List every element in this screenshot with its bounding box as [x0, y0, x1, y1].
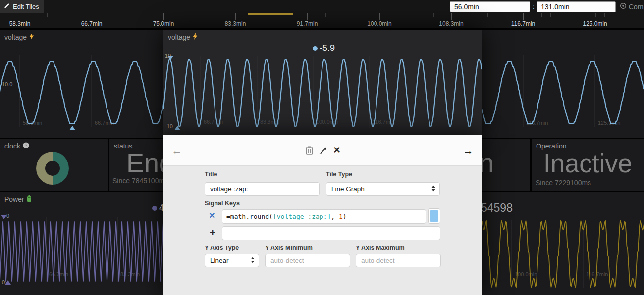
ruler-minor-tick — [65, 13, 65, 17]
ruler-minor-tick — [56, 13, 56, 17]
y-axis-max-label: Y Axis Maximum — [356, 245, 405, 251]
new-signal-input[interactable] — [222, 226, 440, 240]
expand-tile-button[interactable] — [318, 146, 328, 156]
ruler-minor-tick — [119, 13, 119, 17]
ruler-minor-tick — [128, 13, 128, 17]
tile-edit-dialog: ← × → Title Tile Type Line Graph Signal … — [163, 135, 482, 295]
dashboard-screen: 58.3min66.7min75.0min83.3min91.7min100.0… — [0, 0, 644, 295]
ruler-minor-tick — [371, 13, 371, 17]
ruler-minor-tick — [38, 13, 38, 17]
ruler-tick-label: 75.0min — [146, 20, 181, 27]
code-number: 1 — [339, 213, 343, 220]
ruler-minor-tick — [569, 13, 569, 17]
ruler-major-tick — [235, 13, 236, 20]
ruler-minor-tick — [425, 13, 425, 17]
edit-tiles-button[interactable]: Edit Tiles — [0, 0, 44, 13]
ruler-minor-tick — [110, 13, 110, 17]
ruler-minor-tick — [236, 13, 236, 17]
ruler-minor-tick — [497, 13, 497, 17]
next-tile-button[interactable]: → — [463, 145, 474, 156]
ruler-major-tick — [523, 13, 524, 20]
y-axis-min-input[interactable] — [265, 254, 350, 267]
signal-keys-label: Signal Keys — [205, 200, 240, 207]
status-since: Since 7845100ms — [112, 177, 168, 185]
y-axis-min-label: Y Axis Minimum — [265, 245, 313, 251]
ruler-minor-tick — [47, 13, 48, 17]
time-ruler-header: 58.3min66.7min75.0min83.3min91.7min100.0… — [0, 0, 644, 28]
ruler-major-tick — [451, 13, 452, 20]
signal-color-swatch[interactable] — [428, 208, 440, 224]
ruler-minor-tick — [560, 13, 560, 17]
title-input[interactable] — [205, 182, 320, 196]
range-start-input[interactable] — [450, 1, 530, 12]
clock-donut-chart — [0, 139, 108, 191]
y-axis-max-input[interactable] — [356, 254, 441, 267]
previous-tile-button[interactable]: ← — [171, 145, 182, 156]
zap-icon — [193, 33, 198, 41]
ruler-minor-tick — [182, 13, 182, 17]
tile-title-text: voltage — [168, 33, 190, 41]
y-axis-type-select[interactable]: Linear — [205, 254, 259, 267]
compare-button[interactable]: Compare — [620, 2, 644, 11]
ruler-minor-tick — [443, 13, 443, 17]
ruler-minor-tick — [641, 13, 641, 17]
ruler-minor-tick — [173, 13, 173, 17]
tile-clock[interactable]: clock — [0, 139, 108, 191]
ruler-minor-tick — [578, 13, 578, 17]
range-separator: : — [533, 2, 535, 10]
svg-text:116.7min: 116.7min — [526, 120, 548, 126]
ruler-minor-tick — [11, 13, 11, 17]
ruler-minor-tick — [325, 13, 326, 17]
ruler-tick-label: 125.0min — [578, 20, 612, 27]
select-spinner-icon — [431, 185, 435, 193]
compare-icon — [620, 2, 627, 11]
ruler-major-tick — [20, 13, 20, 20]
ruler-minor-tick — [550, 13, 551, 17]
power-legend-dot — [152, 206, 157, 211]
ruler-minor-tick — [524, 13, 524, 17]
ruler-major-tick — [595, 13, 595, 20]
ruler-minor-tick — [461, 13, 461, 17]
code-signal-key: [voltage :zap:] — [273, 213, 331, 220]
ruler-minor-tick — [407, 13, 407, 17]
ruler-minor-tick — [470, 13, 470, 17]
signal-color-value — [430, 210, 438, 222]
tile-type-value: Line Graph — [331, 185, 365, 193]
signal-key-input[interactable]: =math.round([voltage :zap:], 1) — [222, 209, 426, 224]
ruler-minor-tick — [308, 13, 308, 17]
ruler-minor-tick — [344, 13, 344, 17]
edited-tile-preview[interactable]: 66.7min83.3min100.0min116.7min voltage -… — [163, 30, 482, 136]
battery-icon — [27, 195, 32, 203]
tile-title-text: Power — [4, 196, 24, 203]
y-axis-max-label: 10.0 — [2, 81, 12, 87]
tile-voltage-title: voltage — [4, 33, 34, 41]
svg-text:100.0min: 100.0min — [515, 271, 537, 277]
add-signal-button[interactable]: + — [210, 227, 215, 238]
remove-signal-button[interactable]: × — [209, 210, 215, 220]
power-legend: 4 — [152, 203, 164, 213]
close-dialog-button[interactable]: × — [331, 144, 342, 156]
ruler-minor-tick — [487, 13, 488, 17]
ruler-tick-label: 58.3min — [2, 20, 37, 27]
ruler-minor-tick — [416, 13, 416, 17]
ruler-minor-tick — [433, 13, 434, 17]
ruler-minor-tick — [541, 13, 542, 17]
ruler-major-tick — [163, 13, 164, 20]
svg-text:83.3min: 83.3min — [260, 119, 279, 125]
zap-icon — [29, 33, 34, 41]
ruler-tick-label: 100.0min — [362, 20, 397, 27]
ruler-selection-highlight[interactable] — [248, 13, 293, 15]
ruler-minor-tick — [515, 13, 515, 17]
ruler-minor-tick — [595, 13, 596, 17]
ruler-minor-tick — [209, 13, 209, 17]
tile-operation[interactable]: Operation Inactive Since 7229100ms — [532, 139, 644, 191]
ruler-minor-tick — [137, 13, 137, 17]
range-end-input[interactable] — [537, 1, 616, 12]
tile-type-select[interactable]: Line Graph — [326, 182, 440, 196]
preview-legend-value: -5.9 — [320, 43, 335, 53]
preview-y-min-label: -10 — [165, 123, 173, 129]
ruler-minor-tick — [83, 13, 83, 17]
preview-title: voltage — [168, 33, 198, 41]
ruler-minor-tick — [2, 13, 2, 17]
delete-tile-button[interactable] — [304, 146, 314, 155]
